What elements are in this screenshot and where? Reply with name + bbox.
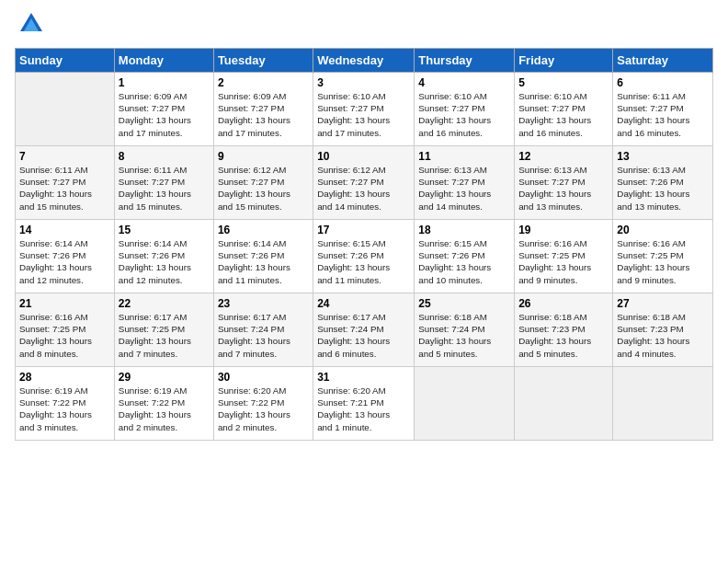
day-cell: 21Sunrise: 6:16 AMSunset: 7:25 PMDayligh… [16,293,115,367]
day-info: Sunrise: 6:10 AMSunset: 7:27 PMDaylight:… [317,90,410,139]
day-info: Sunrise: 6:16 AMSunset: 7:25 PMDaylight:… [617,237,709,286]
day-info: Sunrise: 6:15 AMSunset: 7:26 PMDaylight:… [317,237,410,286]
day-cell: 11Sunrise: 6:13 AMSunset: 7:27 PMDayligh… [415,146,515,220]
day-cell: 18Sunrise: 6:15 AMSunset: 7:26 PMDayligh… [415,220,515,293]
day-number: 22 [119,297,210,310]
day-cell: 8Sunrise: 6:11 AMSunset: 7:27 PMDaylight… [114,146,213,220]
logo-icon [18,11,44,40]
day-info: Sunrise: 6:14 AMSunset: 7:26 PMDaylight:… [19,237,110,286]
day-info: Sunrise: 6:13 AMSunset: 7:27 PMDaylight:… [418,164,510,213]
day-number: 31 [317,371,410,384]
day-number: 21 [19,297,110,310]
week-row-2: 7Sunrise: 6:11 AMSunset: 7:27 PMDaylight… [16,146,713,220]
day-cell: 17Sunrise: 6:15 AMSunset: 7:26 PMDayligh… [313,220,415,293]
day-cell: 3Sunrise: 6:10 AMSunset: 7:27 PMDaylight… [313,73,415,146]
day-cell: 23Sunrise: 6:17 AMSunset: 7:24 PMDayligh… [213,293,313,367]
day-cell: 16Sunrise: 6:14 AMSunset: 7:26 PMDayligh… [213,220,313,293]
day-number: 28 [19,371,110,384]
day-info: Sunrise: 6:09 AMSunset: 7:27 PMDaylight:… [119,90,210,139]
week-row-4: 21Sunrise: 6:16 AMSunset: 7:25 PMDayligh… [16,293,713,367]
day-cell: 6Sunrise: 6:11 AMSunset: 7:27 PMDaylight… [613,73,713,146]
day-info: Sunrise: 6:10 AMSunset: 7:27 PMDaylight:… [418,90,510,139]
day-info: Sunrise: 6:19 AMSunset: 7:22 PMDaylight:… [119,385,210,433]
day-number: 18 [418,224,510,236]
day-cell: 20Sunrise: 6:16 AMSunset: 7:25 PMDayligh… [613,220,713,293]
day-info: Sunrise: 6:10 AMSunset: 7:27 PMDaylight:… [518,90,609,139]
day-info: Sunrise: 6:18 AMSunset: 7:24 PMDaylight:… [418,311,510,360]
day-info: Sunrise: 6:18 AMSunset: 7:23 PMDaylight:… [617,311,709,360]
day-info: Sunrise: 6:13 AMSunset: 7:27 PMDaylight:… [518,164,609,213]
day-info: Sunrise: 6:20 AMSunset: 7:22 PMDaylight:… [218,385,309,433]
day-header-sunday: Sunday [16,49,115,73]
day-header-monday: Monday [114,49,213,73]
day-info: Sunrise: 6:11 AMSunset: 7:27 PMDaylight:… [19,164,110,213]
day-header-thursday: Thursday [415,49,515,73]
header [15,15,713,40]
day-cell: 1Sunrise: 6:09 AMSunset: 7:27 PMDaylight… [114,73,213,146]
day-cell: 26Sunrise: 6:18 AMSunset: 7:23 PMDayligh… [515,293,613,367]
day-info: Sunrise: 6:17 AMSunset: 7:24 PMDaylight:… [317,311,410,360]
day-cell: 24Sunrise: 6:17 AMSunset: 7:24 PMDayligh… [313,293,415,367]
week-row-1: 1Sunrise: 6:09 AMSunset: 7:27 PMDaylight… [16,73,713,146]
day-cell: 27Sunrise: 6:18 AMSunset: 7:23 PMDayligh… [613,293,713,367]
day-cell: 28Sunrise: 6:19 AMSunset: 7:22 PMDayligh… [16,367,115,441]
day-number: 19 [518,224,609,236]
day-header-wednesday: Wednesday [313,49,415,73]
day-info: Sunrise: 6:14 AMSunset: 7:26 PMDaylight:… [218,237,309,286]
day-info: Sunrise: 6:11 AMSunset: 7:27 PMDaylight:… [119,164,210,213]
day-number: 9 [218,150,309,163]
main-container: SundayMondayTuesdayWednesdayThursdayFrid… [0,0,728,448]
day-info: Sunrise: 6:19 AMSunset: 7:22 PMDaylight:… [19,385,110,433]
day-number: 14 [19,224,110,236]
day-number: 7 [19,150,110,163]
day-number: 23 [218,297,309,310]
day-info: Sunrise: 6:18 AMSunset: 7:23 PMDaylight:… [518,311,609,360]
day-number: 20 [617,224,709,236]
day-info: Sunrise: 6:16 AMSunset: 7:25 PMDaylight:… [518,237,609,286]
day-number: 24 [317,297,410,310]
day-info: Sunrise: 6:20 AMSunset: 7:21 PMDaylight:… [317,385,410,433]
day-number: 29 [119,371,210,384]
day-number: 4 [418,76,510,89]
day-cell: 9Sunrise: 6:12 AMSunset: 7:27 PMDaylight… [213,146,313,220]
day-info: Sunrise: 6:17 AMSunset: 7:25 PMDaylight:… [119,311,210,360]
day-header-tuesday: Tuesday [213,49,313,73]
week-row-5: 28Sunrise: 6:19 AMSunset: 7:22 PMDayligh… [16,367,713,441]
day-info: Sunrise: 6:15 AMSunset: 7:26 PMDaylight:… [418,237,510,286]
day-number: 11 [418,150,510,163]
day-cell: 4Sunrise: 6:10 AMSunset: 7:27 PMDaylight… [415,73,515,146]
day-number: 27 [617,297,709,310]
day-info: Sunrise: 6:12 AMSunset: 7:27 PMDaylight:… [317,164,410,213]
day-cell [515,367,613,441]
day-info: Sunrise: 6:17 AMSunset: 7:24 PMDaylight:… [218,311,309,360]
day-info: Sunrise: 6:16 AMSunset: 7:25 PMDaylight:… [19,311,110,360]
week-row-3: 14Sunrise: 6:14 AMSunset: 7:26 PMDayligh… [16,220,713,293]
day-info: Sunrise: 6:13 AMSunset: 7:26 PMDaylight:… [617,164,709,213]
day-cell: 15Sunrise: 6:14 AMSunset: 7:26 PMDayligh… [114,220,213,293]
calendar-table: SundayMondayTuesdayWednesdayThursdayFrid… [15,48,713,441]
day-cell: 13Sunrise: 6:13 AMSunset: 7:26 PMDayligh… [613,146,713,220]
day-cell: 5Sunrise: 6:10 AMSunset: 7:27 PMDaylight… [515,73,613,146]
day-number: 8 [119,150,210,163]
day-number: 15 [119,224,210,236]
day-cell [16,73,115,146]
day-info: Sunrise: 6:11 AMSunset: 7:27 PMDaylight:… [617,90,709,139]
day-cell: 29Sunrise: 6:19 AMSunset: 7:22 PMDayligh… [114,367,213,441]
logo [15,15,44,40]
day-number: 16 [218,224,309,236]
day-cell: 30Sunrise: 6:20 AMSunset: 7:22 PMDayligh… [213,367,313,441]
day-number: 13 [617,150,709,163]
day-info: Sunrise: 6:09 AMSunset: 7:27 PMDaylight:… [218,90,309,139]
day-number: 6 [617,76,709,89]
day-cell: 25Sunrise: 6:18 AMSunset: 7:24 PMDayligh… [415,293,515,367]
day-info: Sunrise: 6:12 AMSunset: 7:27 PMDaylight:… [218,164,309,213]
day-cell: 12Sunrise: 6:13 AMSunset: 7:27 PMDayligh… [515,146,613,220]
day-cell [415,367,515,441]
day-cell: 7Sunrise: 6:11 AMSunset: 7:27 PMDaylight… [16,146,115,220]
day-number: 2 [218,76,309,89]
day-number: 5 [518,76,609,89]
day-number: 17 [317,224,410,236]
day-info: Sunrise: 6:14 AMSunset: 7:26 PMDaylight:… [119,237,210,286]
day-cell: 19Sunrise: 6:16 AMSunset: 7:25 PMDayligh… [515,220,613,293]
day-number: 12 [518,150,609,163]
